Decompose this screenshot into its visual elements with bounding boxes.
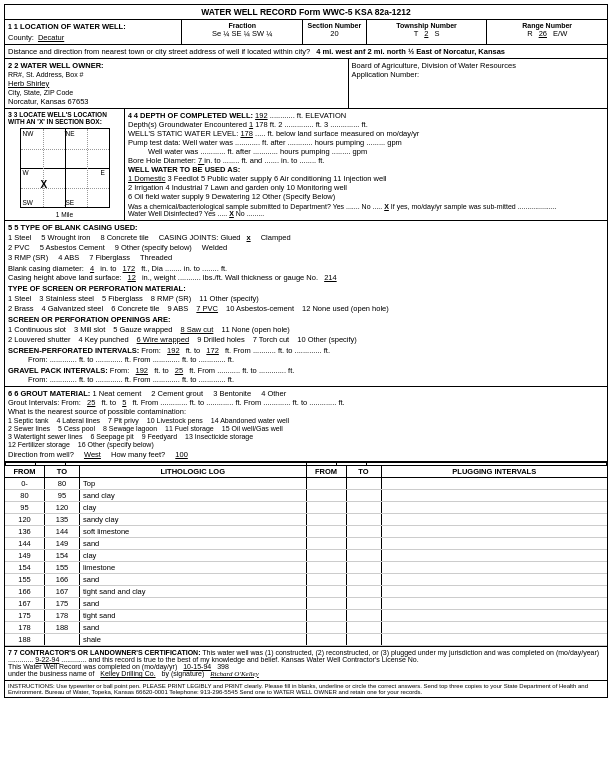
log-row: 175 178 tight sand — [5, 610, 607, 622]
log-row: 136 144 soft limestone — [5, 526, 607, 538]
section-4-depth: 4 4 DEPTH OF COMPLETED WELL: 192 .......… — [125, 109, 607, 220]
title-bar: WATER WELL RECORD Form WWC-5 KSA 82a-121… — [5, 5, 607, 20]
board-info: Board of Agriculture, Division of Water … — [349, 59, 607, 108]
log-row: 80 95 sand clay — [5, 490, 607, 502]
log-row: 155 166 sand — [5, 574, 607, 586]
range-cell: Range Number R 26 E/W — [487, 20, 607, 44]
section-num-cell: Section Number 20 — [303, 20, 367, 44]
section-3-4: 3 3 LOCATE WELL'S LOCATION WITH AN 'X' I… — [5, 109, 607, 221]
log-row: 178 188 sand — [5, 622, 607, 634]
log-header-row: FROM TO LITHOLOGIC LOG FROM TO PLUGGING … — [5, 466, 607, 478]
distance-row: Distance and direction from nearest town… — [5, 45, 607, 59]
log-rows: 0- 80 Top 80 95 sand clay 95 120 clay 12… — [5, 478, 607, 646]
owner-info: 2 2 WATER WELL OWNER: RR#, St. Address, … — [5, 59, 349, 108]
log-row: 166 167 tight sand and clay — [5, 586, 607, 598]
section-7: 7 7 CONTRACTOR'S OR LANDOWNER'S CERTIFIC… — [5, 647, 607, 681]
footer: INSTRUCTIONS: Use typewriter or ball poi… — [5, 681, 607, 697]
log-row: 149 154 clay — [5, 550, 607, 562]
log-row: 144 149 sand — [5, 538, 607, 550]
section-3-map: 3 3 LOCATE WELL'S LOCATION WITH AN 'X' I… — [5, 109, 125, 220]
water-well-record: WATER WELL RECORD Form WWC-5 KSA 82a-121… — [4, 4, 608, 698]
section-2: 2 2 WATER WELL OWNER: RR#, St. Address, … — [5, 59, 607, 109]
log-row: 167 175 sand — [5, 598, 607, 610]
log-row: 0- 80 Top — [5, 478, 607, 490]
log-row: 120 135 sandy clay — [5, 514, 607, 526]
section-1: 1 1 LOCATION OF WATER WELL: County: Deca… — [5, 20, 607, 45]
log-row: 154 155 limestone — [5, 562, 607, 574]
location-label: 1 1 LOCATION OF WATER WELL: County: Deca… — [5, 20, 182, 44]
township-cell: Township Number T 2 S — [367, 20, 488, 44]
fraction-cell: Fraction Se ¼ SE ¼ SW ¼ — [182, 20, 303, 44]
section-6: 6 6 GROUT MATERIAL: 1 Neat cement 2 Ceme… — [5, 387, 607, 462]
section-5: 5 5 TYPE OF BLANK CASING USED: 1 Steel 5… — [5, 221, 607, 387]
log-section: FROM TO LITHOLOGIC LOG FROM TO PLUGGING … — [5, 462, 607, 647]
log-row: 188 shale — [5, 634, 607, 646]
log-row: 95 120 clay — [5, 502, 607, 514]
page-title: WATER WELL RECORD Form WWC-5 KSA 82a-121… — [201, 7, 411, 17]
